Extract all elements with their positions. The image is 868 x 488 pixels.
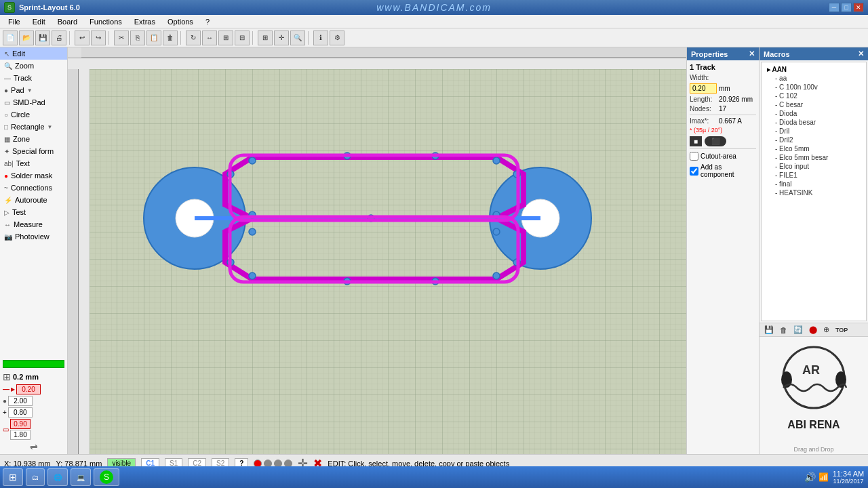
props-cutout-checkbox[interactable] <box>690 152 698 161</box>
rotate-button[interactable]: ↻ <box>186 30 201 45</box>
sidebar-item-autoroute[interactable]: ⚡ Autoroute <box>0 194 67 206</box>
track-top-outer[interactable] <box>225 157 524 218</box>
sidebar-item-pad[interactable]: ● Pad ▼ <box>0 84 67 96</box>
sidebar-item-track[interactable]: — Track <box>0 72 67 84</box>
app-icon: S <box>4 2 15 13</box>
grid-button[interactable]: ⊞ <box>258 30 273 45</box>
menu-file[interactable]: File <box>3 16 26 27</box>
node-10[interactable] <box>493 272 500 279</box>
save-button[interactable]: 💾 <box>35 30 50 45</box>
menu-help[interactable]: ? <box>200 16 215 27</box>
open-button[interactable]: 📂 <box>19 30 34 45</box>
properties-close-button[interactable]: ✕ <box>749 49 755 58</box>
sidebar-item-edit[interactable]: ↖ Edit <box>0 47 67 60</box>
sidebar-item-measure[interactable]: ↔ Measure <box>0 218 67 230</box>
node-12[interactable] <box>493 228 500 235</box>
sidebar-item-rectangle[interactable]: □ Rectangle ▼ <box>0 121 67 133</box>
rect-dropdown-icon: ▼ <box>47 124 53 130</box>
macros-add-btn[interactable]: ⊕ <box>821 325 831 335</box>
zoom-in-button[interactable]: 🔍 <box>290 30 305 45</box>
tree-item-c100n[interactable]: - C 100n 100v <box>764 83 863 92</box>
sidebar-item-smdpad[interactable]: ▭ SMD-Pad <box>0 96 67 108</box>
node-7[interactable] <box>249 272 256 279</box>
node-11[interactable] <box>249 228 256 235</box>
tree-item-dioda[interactable]: - Dioda <box>764 109 863 118</box>
tree-item-final[interactable]: - final <box>764 180 863 188</box>
node-4[interactable] <box>493 157 500 164</box>
paste-button[interactable]: 📋 <box>146 30 161 45</box>
info-button[interactable]: ℹ <box>313 30 328 45</box>
settings-button[interactable]: ⚙ <box>330 30 344 45</box>
undo-button[interactable]: ↩ <box>75 30 90 45</box>
node-1[interactable] <box>249 157 256 164</box>
menu-board[interactable]: Board <box>52 16 83 27</box>
menu-options[interactable]: Options <box>162 16 199 27</box>
sidebar-item-circle[interactable]: ○ Circle <box>0 108 67 121</box>
macros-layer-btn[interactable]: TOP <box>833 326 850 334</box>
swap-icon[interactable]: ⇌ <box>3 441 64 452</box>
clock-time: 11:34 AM <box>831 470 865 478</box>
delete-button[interactable]: 🗑 <box>163 30 178 45</box>
print-button[interactable]: 🖨 <box>52 30 66 45</box>
pcb-canvas[interactable] <box>90 69 686 454</box>
taskbar-browser[interactable]: 🌐 <box>47 468 68 486</box>
menu-extras[interactable]: Extras <box>129 16 161 27</box>
new-button[interactable]: 📄 <box>3 30 18 45</box>
tree-item-diodbesar[interactable]: - Dioda besar <box>764 118 863 127</box>
snap-button[interactable]: ✛ <box>274 30 289 45</box>
tree-item-file1[interactable]: - FILE1 <box>764 171 863 180</box>
tree-item-cbesar[interactable]: - C besar <box>764 100 863 109</box>
sidebar-item-zoom[interactable]: 🔍 Zoom <box>0 60 67 72</box>
tree-item-aa[interactable]: - aa <box>764 74 863 83</box>
smdpad-icon: ▭ <box>4 99 10 106</box>
speaker-icon[interactable]: 🔊 <box>804 472 816 483</box>
sidebar-item-text[interactable]: ab| Text <box>0 157 67 169</box>
redo-button[interactable]: ↪ <box>91 30 106 45</box>
group-button[interactable]: ⊞ <box>218 30 233 45</box>
tree-item-elcoinput[interactable]: - Elco input <box>764 162 863 171</box>
macros-save-btn[interactable]: 💾 <box>762 325 776 335</box>
macros-close-button[interactable]: ✕ <box>858 49 864 58</box>
tree-item-elco5mmb[interactable]: - Elco 5mm besar <box>764 153 863 162</box>
macros-refresh-btn[interactable]: 🔄 <box>791 325 805 335</box>
sidebar-item-connections[interactable]: ~ Connections <box>0 182 67 194</box>
taskbar-filemanager[interactable]: 💻 <box>71 468 91 486</box>
taskbar-app[interactable]: S <box>94 468 119 486</box>
tree-item-elco5mm[interactable]: - Elco 5mm <box>764 144 863 153</box>
macros-title: Macros <box>764 50 790 58</box>
copy-button[interactable]: ⎘ <box>130 30 145 45</box>
track-bottom-rect[interactable] <box>230 217 518 282</box>
network-icon[interactable]: 📶 <box>818 472 829 482</box>
minimize-button[interactable]: ─ <box>829 3 840 12</box>
props-width-input[interactable] <box>690 83 717 94</box>
start-button[interactable]: ⊞ <box>3 468 23 486</box>
sidebar-item-soldermask[interactable]: ● Solder mask <box>0 169 67 182</box>
sidebar-item-specialform[interactable]: ✦ Special form <box>0 145 67 157</box>
props-component-checkbox[interactable] <box>690 167 698 176</box>
sidebar-item-test[interactable]: ▷ Test <box>0 206 67 218</box>
close-button[interactable]: ✕ <box>853 3 864 12</box>
macros-delete-btn[interactable]: 🗑 <box>778 325 789 335</box>
sidebar-item-photoview[interactable]: 📷 Photoview <box>0 230 67 243</box>
maximize-button[interactable]: □ <box>841 3 852 12</box>
props-square-btn[interactable]: ■ <box>690 136 702 146</box>
tree-item-heatsink[interactable]: - HEATSINK <box>764 188 863 197</box>
macros-circle-btn[interactable]: ⬤ <box>807 325 819 335</box>
mirror-button[interactable]: ↔ <box>202 30 217 45</box>
track-bottom-outer[interactable] <box>225 218 524 279</box>
cut-button[interactable]: ✂ <box>114 30 129 45</box>
menu-edit[interactable]: Edit <box>27 16 51 27</box>
sidebar-item-zone[interactable]: ▦ Zone <box>0 133 67 145</box>
tree-item-dril2[interactable]: - Dril2 <box>764 136 863 144</box>
tree-item-AAN[interactable]: ▸ AAN <box>764 65 863 74</box>
taskbar-folder[interactable]: 🗂 <box>26 468 45 486</box>
track-top-rect[interactable] <box>230 155 518 220</box>
tree-item-dril[interactable]: - Dril <box>764 127 863 136</box>
menu-functions[interactable]: Functions <box>84 16 127 27</box>
props-rounded-btn[interactable]: ⬛ <box>705 136 726 146</box>
ungroup-button[interactable]: ⊟ <box>235 30 250 45</box>
track-width-value: 0.20 <box>16 384 41 394</box>
macros-panel: Macros ✕ ▸ AAN - aa - C 100n 100v - C 10… <box>760 47 868 454</box>
props-button-row: ■ ⬛ <box>690 136 756 146</box>
tree-item-c102[interactable]: - C 102 <box>764 92 863 100</box>
